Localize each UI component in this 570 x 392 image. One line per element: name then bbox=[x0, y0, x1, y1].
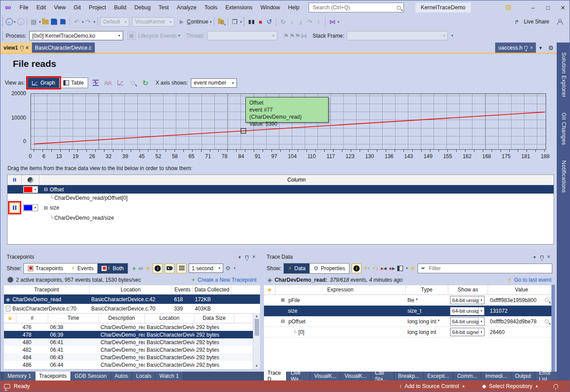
pin-icon[interactable] bbox=[243, 255, 250, 260]
step-out-icon[interactable]: ↷ bbox=[305, 17, 314, 26]
event-row[interactable]: 48406:43CharDevDemo_readBasicCharacterDe… bbox=[4, 353, 260, 361]
series-color-picker[interactable]: ▾ bbox=[23, 186, 38, 193]
tab-command[interactable]: Comm... bbox=[454, 372, 481, 380]
show-both-button[interactable]: ⚡Both bbox=[97, 264, 128, 273]
menu-file[interactable]: File bbox=[16, 1, 32, 14]
col-expression[interactable]: Expression bbox=[275, 285, 406, 295]
fit-vertically-icon[interactable] bbox=[91, 78, 101, 88]
link-tracepoints-icon[interactable]: ∞ bbox=[138, 264, 143, 272]
table-view-button[interactable]: Table bbox=[59, 78, 88, 88]
pause-series-toggle[interactable] bbox=[10, 203, 19, 213]
column-child-row[interactable]: └CharDevDemo_read/pOffset[0] bbox=[8, 194, 554, 202]
tab-output[interactable]: Output bbox=[512, 372, 535, 380]
tracepoint-settings-icon[interactable]: ⚙ bbox=[225, 265, 231, 272]
platform-dropdown[interactable]: VisualKernel▾ bbox=[132, 17, 174, 27]
overlay-graphs-icon[interactable] bbox=[103, 78, 113, 88]
show-messages-toggle[interactable] bbox=[165, 264, 174, 273]
event-row[interactable]: 48006:41CharDevDemo_readBasicCharacterDe… bbox=[4, 338, 260, 346]
tab-breakpoints[interactable]: Breakp... bbox=[395, 372, 423, 380]
tab-locals[interactable]: Locals bbox=[132, 372, 155, 380]
collapse-node-icon[interactable]: ⊟ bbox=[44, 186, 48, 192]
go-to-last-event-link[interactable]: Go to last event bbox=[514, 277, 551, 283]
step-into-icon[interactable]: ↓ bbox=[287, 17, 296, 26]
chart-settings-icon[interactable] bbox=[116, 78, 125, 88]
tab-visualkernel-2[interactable]: VisualK... bbox=[341, 372, 370, 380]
show-properties-button[interactable]: ⚙Properties bbox=[310, 264, 349, 273]
favorites-filter-icon[interactable]: ★ bbox=[145, 265, 151, 272]
menu-debug[interactable]: Debug bbox=[130, 1, 155, 14]
inspect-value-icon[interactable] bbox=[545, 319, 549, 323]
break-all-icon[interactable]: ▮▮ bbox=[247, 17, 256, 26]
event-row[interactable]: 48206:41CharDevDemo_readBasicCharacterDe… bbox=[4, 346, 260, 353]
tab-tracepoints[interactable]: Tracepoints bbox=[35, 372, 70, 380]
show-as-dropdown[interactable]: 64-bit signe▾ bbox=[450, 328, 485, 336]
window-layout-dropdown-icon[interactable]: ▾ bbox=[240, 20, 242, 24]
col-tracepoint[interactable]: Tracepoint bbox=[4, 285, 89, 294]
process-dropdown[interactable]: [0x0] KernelTraceDemo.ko▾ bbox=[29, 31, 123, 40]
thread-dropdown[interactable]: ▾ bbox=[207, 31, 277, 40]
filter-input[interactable] bbox=[428, 265, 549, 272]
toolbar-grip[interactable] bbox=[2, 31, 4, 40]
toolbar-grip[interactable] bbox=[2, 17, 4, 26]
save-icon[interactable] bbox=[50, 17, 58, 26]
panel-menu-icon[interactable]: ▾ bbox=[531, 255, 538, 260]
stack-frame-dropdown[interactable]: ▾ bbox=[347, 31, 448, 40]
scrollbar-thumb[interactable] bbox=[255, 319, 259, 336]
tab-trace-data[interactable]: Trace D... bbox=[264, 372, 286, 380]
feedback-gear-icon[interactable]: ⚙ bbox=[504, 3, 513, 12]
color-column-header[interactable] bbox=[22, 175, 39, 185]
watch-row-size-selected[interactable]: size size_t 64-bit unsig▾ 131072 bbox=[264, 306, 555, 316]
zoom-icon[interactable] bbox=[128, 78, 138, 88]
col-location[interactable]: Location bbox=[89, 285, 172, 294]
step-over-icon[interactable]: ⤓ bbox=[296, 17, 305, 26]
continue-dropdown-icon[interactable]: ▾ bbox=[210, 20, 212, 24]
solution-name-badge[interactable]: KernelTraceDemo bbox=[415, 3, 471, 12]
col-show-as[interactable]: Show as bbox=[448, 285, 488, 295]
collapse-node-icon[interactable]: ⊟ bbox=[281, 318, 285, 324]
add-to-source-control-button[interactable]: ↑ Add to Source Control ▲ bbox=[399, 383, 465, 389]
tab-immediate[interactable]: Immedi... bbox=[481, 372, 510, 380]
live-share-button[interactable]: ↱ Live Share bbox=[512, 17, 549, 26]
tab-error-list[interactable]: Error List bbox=[535, 372, 557, 380]
window-layout-icon[interactable]: ❐ bbox=[230, 17, 239, 26]
dock-tab-solution-explorer[interactable]: Solution Explorer bbox=[561, 47, 567, 103]
next-event-button[interactable]: ⚡↓ bbox=[372, 265, 378, 271]
visibility-column-header[interactable] bbox=[8, 175, 22, 185]
column-header[interactable]: Column bbox=[39, 175, 554, 185]
graph-view-button[interactable]: Graph bbox=[28, 78, 59, 88]
table-dropdown-icon[interactable]: ▾ bbox=[406, 266, 408, 270]
minimize-button[interactable]: – bbox=[525, 2, 540, 13]
show-info-toggle[interactable]: i bbox=[352, 264, 361, 273]
scroll-up-icon[interactable]: ▲ bbox=[255, 313, 259, 319]
tab-visualkernel-1[interactable]: VisualK... bbox=[310, 372, 340, 380]
dock-tab-git-changes[interactable]: Git Changes bbox=[561, 107, 567, 151]
show-as-dropdown[interactable]: 64-bit unsig▾ bbox=[450, 317, 485, 326]
tab-watch1[interactable]: Watch 1 bbox=[156, 372, 182, 380]
tab-memory1[interactable]: Memory 1 bbox=[4, 372, 35, 380]
add-tracepoint-icon[interactable]: + bbox=[132, 264, 136, 272]
tab-live-watch[interactable]: Live Wa... bbox=[287, 372, 310, 380]
close-tab-icon[interactable]: × bbox=[26, 45, 29, 51]
menu-help[interactable]: Help bbox=[284, 1, 303, 14]
tracepoint-row[interactable]: ◈CharDevDemo_read BasicCharacterDevice.c… bbox=[4, 295, 260, 304]
col-location[interactable]: Location bbox=[145, 314, 194, 323]
stop-debugging-icon[interactable]: ■ bbox=[256, 17, 265, 26]
event-row-selected[interactable]: 47806:39CharDevDemo_readBasicCharacterDe… bbox=[4, 331, 260, 338]
search-input[interactable] bbox=[312, 4, 397, 11]
menu-build[interactable]: Build bbox=[110, 1, 130, 14]
notifications-bell-icon[interactable] bbox=[554, 384, 558, 388]
tab-autos[interactable]: Autos bbox=[111, 372, 132, 380]
watch-row-poffset-0[interactable]: └[0] long long int 64-bit signe▾ 26460 bbox=[264, 327, 555, 338]
create-tracepoint-link[interactable]: Create a New Tracepoint bbox=[198, 277, 256, 283]
lifecycle-dropdown-icon[interactable]: ▾ bbox=[178, 34, 180, 38]
trace-graph-plot[interactable]: Offset event #77 (CharDevDemo_read) Valu… bbox=[31, 93, 546, 150]
collapse-node-icon[interactable]: ⊟ bbox=[44, 205, 48, 211]
save-all-icon[interactable] bbox=[58, 17, 67, 26]
col-type[interactable]: Type bbox=[406, 285, 448, 295]
open-folder-icon[interactable] bbox=[41, 17, 50, 26]
tracepoint-row[interactable]: ⚡BasicCharacterDevice.c:70 BasicCharacte… bbox=[4, 304, 260, 313]
refresh-graph-icon[interactable]: ↻ bbox=[140, 78, 150, 88]
col-data-size[interactable]: Data Size bbox=[194, 314, 234, 323]
column-row-offset[interactable]: ▾ ⊟Offset bbox=[8, 185, 554, 194]
export-table-icon[interactable] bbox=[397, 266, 403, 271]
